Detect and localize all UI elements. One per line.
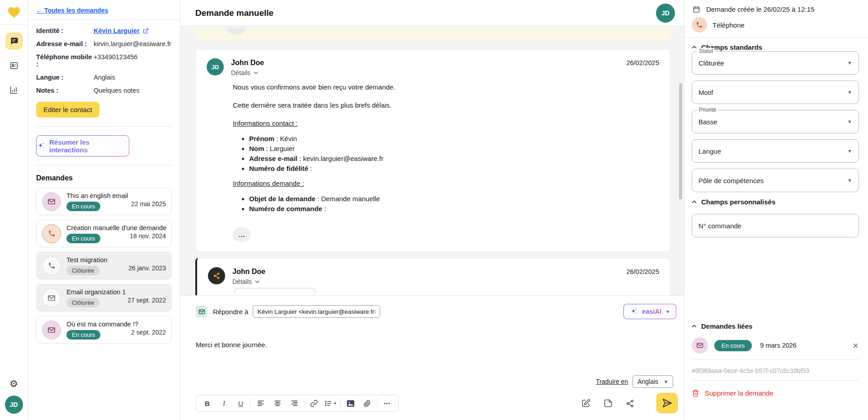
chevron-down-icon <box>255 280 259 283</box>
contact-name-link[interactable]: Kévin Larguier <box>94 27 140 34</box>
dropdown-arrow-icon: ▼ <box>847 178 852 183</box>
attachment-button[interactable] <box>359 396 376 410</box>
phone-channel-icon <box>692 17 707 33</box>
translate-row: Traduire en Anglais ▼ <box>596 375 673 388</box>
contact-details: Identité : Kévin Larguier Adresse e-mail… <box>28 20 180 348</box>
request-card[interactable]: Test migration Clôturée 26 janv. 2023 <box>36 252 172 279</box>
user-avatar[interactable]: JD <box>5 396 23 414</box>
close-icon[interactable] <box>852 342 859 349</box>
sticky-note-icon[interactable] <box>604 399 613 408</box>
dropdown-arrow-icon: ▼ <box>847 119 852 124</box>
request-date: 27 sept. 2022 <box>127 297 166 307</box>
agent-avatar: JD <box>207 58 224 76</box>
request-details-panel: Demande créée le 26/02/25 à 12:15 Téléph… <box>684 0 868 420</box>
align-center-button[interactable] <box>269 396 286 410</box>
reply-to-row: Répondre à easiAI ▼ <box>196 304 676 319</box>
request-card[interactable]: This an english email En cours 22 mai 20… <box>36 188 172 215</box>
bullet-item: Objet de la demande : Demande manuelle <box>249 194 659 203</box>
send-button[interactable] <box>656 393 678 413</box>
summarize-interactions-button[interactable]: Résumer les interactions <box>36 135 129 156</box>
list-button[interactable]: ▼ <box>322 396 339 410</box>
easiware-logo-icon <box>6 5 22 20</box>
align-left-button[interactable] <box>252 396 269 410</box>
competence-pole-select[interactable]: Pôle de compétences ▼ <box>692 169 859 192</box>
select-label: Statut <box>697 48 715 54</box>
details-label: Détails <box>232 278 252 285</box>
email-channel-icon <box>42 192 61 211</box>
thread-scrollbar[interactable] <box>679 83 682 199</box>
edit-note-icon[interactable] <box>581 399 590 408</box>
request-date: 26 janv. 2023 <box>128 264 166 275</box>
sidebar-item-conversations[interactable] <box>5 33 23 50</box>
settings-gear-icon[interactable]: ⚙ <box>9 379 18 388</box>
status-select[interactable]: Statut Clôturée ▼ <box>692 51 859 75</box>
linked-request-row[interactable]: En cours 9 mars 2026 <box>692 337 859 354</box>
translate-language-select[interactable]: Anglais ▼ <box>632 375 673 388</box>
summarize-label: Résumer les interactions <box>49 138 129 154</box>
bold-button[interactable]: B <box>199 396 216 410</box>
translate-link[interactable]: Traduire en <box>596 378 628 385</box>
priority-select[interactable]: Priorité Basse ▼ <box>692 110 859 133</box>
chevron-up-icon <box>692 325 697 328</box>
reply-recipient-input[interactable] <box>253 305 380 318</box>
status-badge: Clôturée <box>66 298 99 307</box>
more-tools-button[interactable]: ••• <box>379 396 396 410</box>
select-placeholder: Langue <box>698 147 721 155</box>
reply-body-text[interactable]: Merci et bonne journée. <box>196 341 267 349</box>
email-channel-icon <box>42 321 61 340</box>
standard-fields-section-toggle[interactable]: Champs standards <box>692 43 859 51</box>
show-more-button[interactable]: ... <box>233 227 251 242</box>
email-channel-icon <box>692 337 708 354</box>
easiai-button[interactable]: easiAI ▼ <box>623 304 676 319</box>
sidebar-item-statistics[interactable] <box>5 81 23 99</box>
sparkle-icon <box>630 307 638 316</box>
field-label: Langue : <box>36 74 94 81</box>
status-badge: En cours <box>714 340 752 351</box>
edit-contact-button[interactable]: Editer le contact <box>36 102 99 118</box>
delete-request-button[interactable]: Supprimer la demande <box>692 389 859 397</box>
contact-field-row: Téléphone mobile : +33490123456 <box>36 53 172 68</box>
underline-button[interactable]: U <box>232 396 249 410</box>
email-reply-icon <box>196 306 208 317</box>
bar-chart-icon <box>9 85 19 94</box>
message-details-toggle[interactable]: Détails <box>232 278 265 285</box>
back-to-requests-link[interactable]: ← Toutes les demandes <box>36 7 108 14</box>
italic-button[interactable]: I <box>216 396 232 410</box>
chevron-up-icon <box>692 46 697 49</box>
motif-select[interactable]: Motif ▼ <box>692 80 859 104</box>
request-id: #9f369aaa-0ece-4c5e-b57f-c07c8c33bf53 <box>692 367 859 374</box>
language-select[interactable]: Langue ▼ <box>692 139 859 163</box>
external-link-icon[interactable] <box>143 28 149 34</box>
share-icon[interactable] <box>626 399 634 408</box>
divider <box>692 380 859 381</box>
rail-divider <box>0 24 28 25</box>
linked-requests-section-toggle[interactable]: Demandes liées <box>692 322 859 330</box>
sidebar-item-contacts[interactable] <box>5 57 23 74</box>
dropdown-arrow-icon: ▼ <box>847 90 852 95</box>
assignee-avatar[interactable]: JD <box>656 4 675 23</box>
request-title: Création manuelle d'une demande <box>66 224 166 231</box>
request-card[interactable]: Email organization 1 Clôturée 27 sept. 2… <box>36 284 172 311</box>
request-card[interactable]: Création manuelle d'une demande En cours… <box>36 220 172 247</box>
custom-fields-section-toggle[interactable]: Champs personnalisés <box>692 198 859 206</box>
insert-image-button[interactable] <box>342 396 359 410</box>
order-number-field[interactable]: N° commande <box>692 214 859 237</box>
status-badge: Clôturée <box>66 266 99 275</box>
field-value: +33490123456 <box>94 53 137 68</box>
back-link-label: Toutes les demandes <box>44 7 108 14</box>
field-label: Téléphone mobile : <box>36 53 94 68</box>
align-right-button[interactable] <box>286 396 302 410</box>
link-button[interactable] <box>306 396 322 410</box>
requests-section-title: Demandes <box>36 174 172 182</box>
easiai-label: easiAI <box>642 308 661 315</box>
request-title: Où est ma commande !? <box>66 321 138 328</box>
bullet-item: Numéro de fidélité : <box>249 164 659 173</box>
dropdown-arrow-icon: ▼ <box>847 148 852 154</box>
reply-composer: Répondre à easiAI ▼ Merci et bonne journ… <box>180 295 684 420</box>
request-title: This an english email <box>66 192 128 199</box>
request-card[interactable]: Où est ma commande !? En cours 2 sept. 2… <box>36 316 172 344</box>
message-thread: JD John Doe Détails 26/02/2025 Nous vous… <box>180 26 684 295</box>
divider <box>692 359 859 360</box>
message-details-toggle[interactable]: Détails <box>231 69 264 76</box>
formatting-toolbar: B I U ▼ ••• <box>196 395 399 412</box>
